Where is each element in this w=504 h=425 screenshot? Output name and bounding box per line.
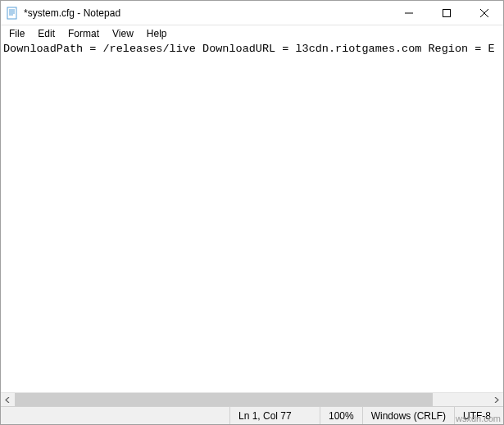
menu-edit[interactable]: Edit bbox=[31, 26, 61, 41]
close-button[interactable] bbox=[465, 1, 503, 25]
menu-view[interactable]: View bbox=[106, 26, 140, 41]
horizontal-scrollbar[interactable] bbox=[1, 392, 503, 406]
svg-rect-6 bbox=[443, 9, 451, 16]
scroll-track[interactable] bbox=[15, 393, 489, 406]
status-eol: Windows (CRLF) bbox=[362, 407, 454, 424]
titlebar: *system.cfg - Notepad bbox=[1, 1, 503, 25]
statusbar: Ln 1, Col 77 100% Windows (CRLF) UTF-8 w… bbox=[1, 406, 503, 424]
menu-help[interactable]: Help bbox=[140, 26, 174, 41]
notepad-icon bbox=[6, 7, 19, 20]
text-content[interactable]: DownloadPath = /releases/live DownloadUR… bbox=[1, 42, 503, 392]
status-zoom: 100% bbox=[320, 407, 362, 424]
menu-format[interactable]: Format bbox=[61, 26, 106, 41]
window-title: *system.cfg - Notepad bbox=[24, 7, 390, 19]
menubar: File Edit Format View Help bbox=[1, 25, 503, 42]
status-position: Ln 1, Col 77 bbox=[229, 407, 320, 424]
menu-file[interactable]: File bbox=[2, 26, 31, 41]
minimize-button[interactable] bbox=[390, 1, 428, 25]
scroll-left-arrow[interactable] bbox=[1, 393, 15, 407]
scroll-right-arrow[interactable] bbox=[489, 393, 503, 407]
maximize-button[interactable] bbox=[428, 1, 465, 25]
status-encoding: UTF-8 bbox=[454, 407, 503, 424]
window-controls bbox=[390, 1, 503, 25]
scroll-thumb[interactable] bbox=[15, 393, 433, 406]
editor-area[interactable]: DownloadPath = /releases/live DownloadUR… bbox=[1, 42, 503, 406]
